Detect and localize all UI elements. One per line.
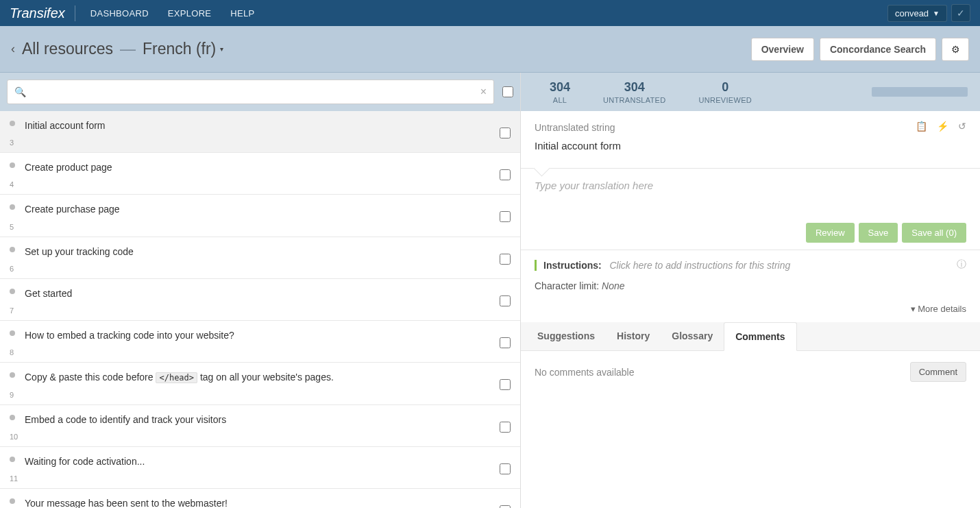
string-checkbox[interactable] bbox=[500, 169, 511, 180]
language-label: French (fr) bbox=[143, 40, 216, 58]
string-checkbox[interactable] bbox=[500, 211, 511, 222]
save-button[interactable]: Save bbox=[859, 223, 898, 243]
breadcrumb-resources[interactable]: All resources bbox=[22, 40, 113, 58]
string-row[interactable]: Create purchase page5 bbox=[0, 195, 520, 237]
code-tag: </head> bbox=[156, 372, 197, 383]
string-row[interactable]: Your message has been sent to the webmas… bbox=[0, 489, 520, 508]
string-checkbox[interactable] bbox=[500, 379, 511, 390]
nav-dashboard[interactable]: DASHBOARD bbox=[81, 1, 158, 25]
nav-explore[interactable]: EXPLORE bbox=[158, 1, 221, 25]
check-icon: ✓ bbox=[957, 8, 965, 19]
main: 🔍 × Initial account form3Create product … bbox=[0, 73, 980, 508]
status-dot-icon bbox=[10, 498, 15, 504]
string-body: How to embed a tracking code into your w… bbox=[25, 329, 493, 356]
top-nav: DASHBOARD EXPLORE HELP bbox=[81, 1, 265, 25]
string-index: 9 bbox=[10, 391, 493, 399]
source-string-text: Initial account form bbox=[535, 140, 966, 152]
string-checkbox[interactable] bbox=[500, 128, 511, 138]
string-list-panel: 🔍 × Initial account form3Create product … bbox=[0, 73, 521, 508]
instructions-label: Instructions: bbox=[543, 260, 602, 271]
stat-untranslated-label: UNTRANSLATED bbox=[603, 96, 665, 104]
string-checkbox[interactable] bbox=[500, 295, 511, 306]
instructions-row: Instructions: Click here to add instruct… bbox=[535, 260, 966, 271]
string-row[interactable]: Waiting for code activation...11 bbox=[0, 447, 520, 489]
header-check-button[interactable]: ✓ bbox=[951, 4, 970, 22]
select-all-checkbox[interactable] bbox=[502, 86, 513, 97]
tab-comments[interactable]: Comments bbox=[724, 322, 796, 351]
review-button[interactable]: Review bbox=[806, 223, 855, 243]
user-menu[interactable]: convead ▼ bbox=[887, 5, 947, 22]
nav-help[interactable]: HELP bbox=[221, 1, 264, 25]
string-checkbox[interactable] bbox=[500, 337, 511, 348]
clear-search-icon[interactable]: × bbox=[480, 86, 487, 98]
add-comment-button[interactable]: Comment bbox=[910, 362, 966, 382]
no-comments-text: No comments available bbox=[535, 367, 635, 378]
status-dot-icon bbox=[10, 415, 15, 420]
breadcrumb-separator: — bbox=[120, 40, 136, 58]
string-index: 5 bbox=[10, 223, 493, 231]
string-row[interactable]: Create product page4 bbox=[0, 153, 520, 195]
string-body: Set up your tracking code6 bbox=[25, 245, 493, 273]
action-buttons: Review Save Save all (0) bbox=[535, 223, 966, 243]
string-body: Waiting for code activation...11 bbox=[25, 455, 493, 483]
string-list: Initial account form3Create product page… bbox=[0, 111, 520, 508]
string-text: Embed a code to identify and track your … bbox=[25, 413, 493, 426]
status-dot-icon bbox=[10, 330, 15, 336]
tab-suggestions[interactable]: Suggestions bbox=[526, 322, 606, 350]
string-checkbox[interactable] bbox=[500, 505, 511, 508]
revert-icon[interactable]: ↺ bbox=[958, 121, 966, 132]
language-selector[interactable]: French (fr) ▾ bbox=[143, 40, 223, 58]
search-input[interactable] bbox=[26, 86, 480, 97]
string-row[interactable]: Get started7 bbox=[0, 279, 520, 321]
string-checkbox[interactable] bbox=[500, 422, 511, 433]
string-index: 4 bbox=[10, 180, 493, 189]
stat-unreviewed[interactable]: 0 UNREVIEWED bbox=[682, 80, 768, 104]
instructions-placeholder[interactable]: Click here to add instructions for this … bbox=[609, 260, 790, 271]
string-row[interactable]: How to embed a tracking code into your w… bbox=[0, 321, 520, 363]
string-status-label: Untranslated string bbox=[535, 122, 966, 133]
copy-source-icon[interactable]: 📋 bbox=[916, 121, 927, 132]
stat-all[interactable]: 304 ALL bbox=[533, 80, 587, 104]
string-body: Initial account form3 bbox=[25, 119, 493, 147]
status-dot-icon bbox=[10, 372, 15, 378]
stat-untranslated[interactable]: 304 UNTRANSLATED bbox=[587, 80, 682, 104]
translation-input[interactable] bbox=[535, 180, 966, 214]
settings-button[interactable]: ⚙ bbox=[942, 38, 969, 61]
chevron-down-icon: ▾ bbox=[220, 45, 223, 53]
status-dot-icon bbox=[10, 204, 15, 210]
logo[interactable]: Transifex bbox=[10, 5, 75, 21]
string-body: Embed a code to identify and track your … bbox=[25, 413, 493, 441]
tab-history[interactable]: History bbox=[606, 322, 661, 350]
subheader-actions: Overview Concordance Search ⚙ bbox=[751, 38, 969, 61]
string-text: Create product page bbox=[25, 161, 493, 173]
concordance-button[interactable]: Concordance Search bbox=[820, 38, 936, 61]
string-index: 8 bbox=[10, 348, 493, 356]
string-row[interactable]: Initial account form3 bbox=[0, 111, 520, 153]
overview-button[interactable]: Overview bbox=[751, 38, 814, 61]
stat-untranslated-count: 304 bbox=[603, 80, 665, 95]
string-row[interactable]: Embed a code to identify and track your … bbox=[0, 405, 520, 447]
more-details-label: More details bbox=[918, 304, 966, 314]
machine-translate-icon[interactable]: ⚡ bbox=[937, 121, 948, 132]
string-checkbox[interactable] bbox=[500, 463, 511, 474]
caret-down-icon: ▼ bbox=[933, 10, 940, 17]
tab-glossary[interactable]: Glossary bbox=[661, 322, 724, 350]
string-checkbox[interactable] bbox=[500, 254, 511, 265]
string-text: Copy & paste this code before </head> ta… bbox=[25, 371, 493, 384]
gear-icon: ⚙ bbox=[951, 44, 960, 55]
status-dot-icon bbox=[10, 121, 15, 126]
search-icon: 🔍 bbox=[14, 86, 26, 97]
more-details-toggle[interactable]: ▾ More details bbox=[521, 301, 980, 322]
save-all-button[interactable]: Save all (0) bbox=[902, 223, 966, 243]
info-icon[interactable]: ⓘ bbox=[957, 258, 966, 271]
sub-header: ‹ All resources — French (fr) ▾ Overview… bbox=[0, 26, 980, 73]
string-index: 3 bbox=[10, 138, 493, 147]
string-index: 7 bbox=[10, 306, 493, 315]
string-body: Get started7 bbox=[25, 287, 493, 315]
string-row[interactable]: Set up your tracking code6 bbox=[0, 237, 520, 279]
back-icon[interactable]: ‹ bbox=[11, 42, 15, 56]
string-row[interactable]: Copy & paste this code before </head> ta… bbox=[0, 363, 520, 405]
breadcrumb: ‹ All resources — French (fr) ▾ bbox=[11, 40, 223, 58]
string-body: Create product page4 bbox=[25, 161, 493, 189]
stats-row: 304 ALL 304 UNTRANSLATED 0 UNREVIEWED bbox=[521, 73, 980, 111]
